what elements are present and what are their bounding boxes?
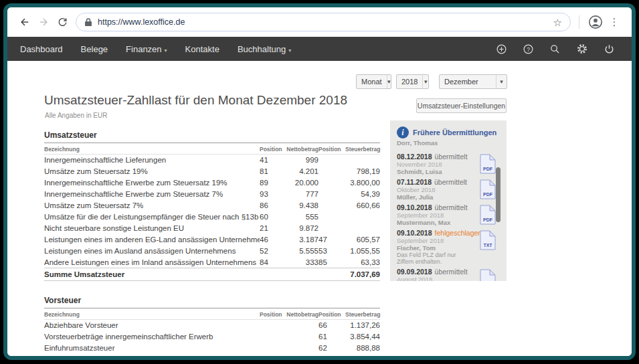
- add-button[interactable]: [496, 43, 507, 55]
- vorsteuer-section: Vorsteuer BezeichnungPositionNettobetrag…: [44, 296, 380, 354]
- svg-text:?: ?: [527, 46, 530, 52]
- submissions-list: 08.12.2018übermitteltNovember 2018Schmid…: [397, 153, 500, 281]
- period-type-select[interactable]: Monat ▾: [356, 74, 391, 89]
- forward-button[interactable]: [34, 13, 53, 31]
- column-header: Steuerbetrag: [345, 308, 380, 320]
- table-row: Leistungen eines im Ausland ansässigen U…: [44, 246, 380, 257]
- submission-date: 07.11.2018: [397, 178, 432, 186]
- table-row: Abziehbare Vorsteuer661.137,26: [44, 320, 380, 331]
- submission-period: Oktober 2018: [397, 186, 473, 193]
- table-row: Andere Leistungen eines im Inland ansäss…: [44, 257, 380, 268]
- table-row: Umsätze für die der Leistungsempfänger d…: [44, 211, 380, 223]
- submission-entry: 09.10.2018fehlgeschlagenSeptember 2018Fi…: [397, 229, 500, 265]
- column-header: Position: [318, 308, 345, 320]
- table-row: Umsätze zum Steuersatz 7%869.438660,66: [44, 200, 380, 211]
- submission-entry: 09.09.2018übermitteltAugust 2018Schneide…: [397, 268, 500, 281]
- submission-entry: 08.12.2018übermitteltNovember 2018Schmid…: [397, 153, 500, 175]
- pdf-file-icon[interactable]: PDF: [480, 154, 496, 177]
- table-row: Leistungen eines im anderen EG-Land ansä…: [44, 234, 380, 246]
- vorsteuer-table: BezeichnungPositionNettobetragPositionSt…: [44, 308, 380, 354]
- submission-status: übermittelt: [435, 268, 468, 276]
- table-row: Vorsteuerbeträge innergemeinschaftlicher…: [44, 331, 380, 343]
- column-header: Position: [260, 308, 285, 320]
- column-header: Nettobetrag: [285, 143, 318, 155]
- table-row: Innergemeinschaftliche Erwerbe zum Steue…: [44, 177, 380, 189]
- submissions-panel-title: Frühere Übermittlungen: [413, 128, 496, 136]
- partial-entry-name: Dorr, Thomas: [397, 139, 500, 147]
- svg-text:PDF: PDF: [483, 167, 493, 171]
- submission-date: 08.12.2018: [397, 153, 432, 161]
- app-navbar: DashboardBelegeFinanzen▾KontakteBuchhalt…: [7, 37, 632, 61]
- submission-status: fehlgeschlagen: [435, 229, 482, 237]
- navbar-items: DashboardBelegeFinanzen▾KontakteBuchhalt…: [20, 44, 309, 54]
- nav-item-finanzen[interactable]: Finanzen▾: [126, 44, 167, 54]
- table-row: Innergemeinschaftliche Erwerbe zum Steue…: [44, 189, 380, 200]
- svg-text:PDF: PDF: [483, 217, 493, 222]
- submission-date: 09.10.2018: [397, 203, 432, 211]
- nav-item-label: Kontakte: [185, 44, 219, 54]
- svg-text:PDF: PDF: [483, 192, 493, 197]
- search-button[interactable]: [549, 43, 561, 55]
- umsatzsteuer-settings-button[interactable]: Umsatzsteuer-Einstellungen: [416, 98, 507, 113]
- chevron-down-icon: ▾: [165, 48, 167, 54]
- chevron-down-icon: ▾: [422, 75, 428, 88]
- period-filters: Monat ▾ 2018 ▾ Dezember ▾: [356, 74, 507, 89]
- nav-item-label: Dashboard: [20, 44, 63, 54]
- month-select[interactable]: Dezember ▾: [439, 74, 507, 89]
- page-subtitle: Alle Angaben in EUR: [45, 112, 107, 119]
- help-button[interactable]: ?: [523, 43, 534, 55]
- avatar-icon: [588, 15, 603, 29]
- year-select[interactable]: 2018 ▾: [396, 74, 429, 89]
- pdf-file-icon[interactable]: PDF: [480, 179, 496, 202]
- table-header-row: BezeichnungPositionNettobetragPositionSt…: [44, 308, 380, 320]
- arrow-left-icon: [19, 16, 31, 28]
- reload-icon: [57, 17, 68, 28]
- year-value: 2018: [397, 78, 422, 86]
- column-header: Bezeichnung: [44, 143, 260, 155]
- table-row: Einfuhrumsatzsteuer62888,88: [44, 343, 380, 354]
- submission-entry: 07.11.2018übermitteltOktober 2018Müller,…: [397, 178, 500, 201]
- bookmark-star-icon[interactable]: ☆: [553, 17, 562, 27]
- settings-button-nav[interactable]: [576, 43, 588, 55]
- nav-item-kontakte[interactable]: Kontakte: [185, 44, 219, 54]
- submission-name: Müller, Julia: [397, 193, 473, 201]
- submission-name: Schmidt, Luisa: [397, 168, 473, 175]
- period-type-value: Monat: [357, 78, 387, 86]
- arrow-right-icon: [37, 16, 50, 28]
- submission-status: übermittelt: [434, 178, 467, 186]
- search-icon: [549, 43, 561, 55]
- chevron-down-icon: ▾: [387, 75, 391, 88]
- url-text: https://www.lexoffice.de: [98, 17, 185, 27]
- logout-button[interactable]: [604, 43, 615, 55]
- lock-icon: [84, 17, 92, 27]
- txt-file-icon[interactable]: TXT: [480, 230, 496, 253]
- table-row: Umsätze zum Steuersatz 19%814.201798,19: [44, 166, 380, 177]
- scrollbar-thumb[interactable]: [496, 167, 500, 222]
- column-header: Bezeichnung: [44, 308, 260, 320]
- table-row: Innergemeinschaftliche Lieferungen41999: [44, 155, 380, 166]
- sum-label: Summe Umsatzsteuer: [44, 268, 345, 281]
- back-button[interactable]: [15, 13, 34, 31]
- address-bar[interactable]: https://www.lexoffice.de ☆: [76, 13, 571, 31]
- month-value: Dezember: [440, 78, 496, 86]
- reload-button[interactable]: [53, 13, 72, 31]
- nav-item-buchhaltung[interactable]: Buchhaltung▾: [238, 44, 291, 54]
- nav-item-label: Buchhaltung: [238, 44, 286, 54]
- pdf-file-icon[interactable]: PDF: [480, 269, 496, 281]
- info-icon: i: [397, 126, 409, 139]
- browser-menu-button[interactable]: ⋮: [605, 13, 624, 31]
- nav-item-dashboard[interactable]: Dashboard: [20, 44, 63, 54]
- nav-item-belege[interactable]: Belege: [81, 44, 108, 54]
- submission-status: übermittelt: [435, 203, 468, 211]
- submissions-panel-header: i Frühere Übermittlungen: [397, 126, 500, 139]
- pdf-file-icon[interactable]: PDF: [480, 205, 496, 227]
- submission-date: 09.09.2018: [397, 268, 432, 276]
- navbar-actions: ?: [496, 43, 615, 55]
- report-tables: Umsatzsteuer BezeichnungPositionNettobet…: [44, 130, 380, 354]
- table-header-row: BezeichnungPositionNettobetragPositionSt…: [44, 143, 380, 155]
- profile-button[interactable]: [586, 13, 605, 31]
- svg-text:TXT: TXT: [483, 243, 492, 248]
- help-icon: ?: [523, 43, 534, 55]
- page-title: Umsatzsteuer-Zahllast für den Monat Deze…: [44, 93, 347, 108]
- column-header: Position: [318, 143, 345, 155]
